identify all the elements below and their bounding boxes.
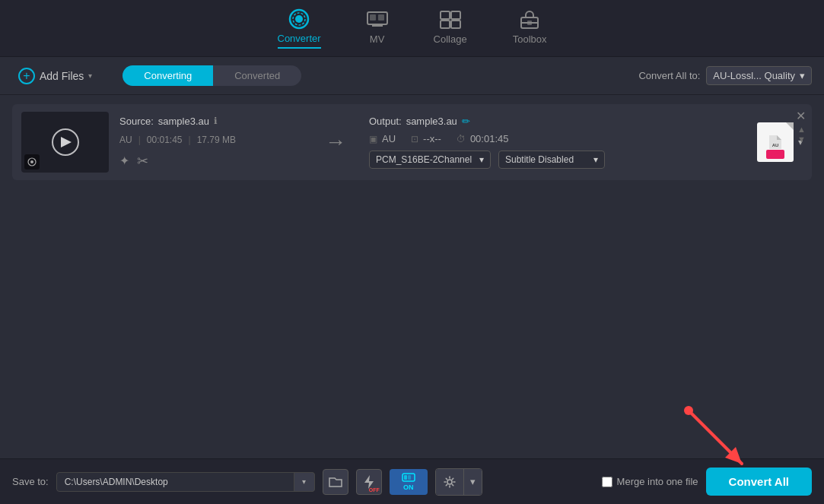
save-to-label: Save to:: [12, 476, 49, 487]
converter-icon: [288, 8, 310, 30]
settings-group: ▾: [435, 468, 482, 496]
svg-rect-21: [404, 475, 407, 480]
move-down-button[interactable]: ▼: [797, 135, 806, 144]
output-size: --x--: [423, 133, 441, 144]
nav-converter[interactable]: Converter: [278, 8, 321, 49]
convert-arrow: →: [313, 130, 358, 154]
au-badge: [766, 150, 784, 159]
settings-arrow-icon: ▾: [470, 476, 476, 487]
svg-point-1: [295, 15, 303, 23]
nav-toolbox-label: Toolbox: [513, 33, 547, 45]
svg-rect-13: [527, 21, 532, 25]
file-meta: AU | 00:01:45 | 17.79 MB: [119, 135, 302, 145]
convert-all-to-label: Convert All to:: [638, 70, 700, 81]
edit-icon[interactable]: ✏: [462, 116, 470, 127]
open-folder-button[interactable]: [323, 469, 348, 495]
move-up-button[interactable]: ▲: [797, 125, 806, 134]
tab-group: Converting Converted: [122, 65, 301, 86]
scissors-icon[interactable]: ✂: [137, 153, 148, 170]
add-files-label: Add Files: [40, 70, 84, 82]
add-files-button[interactable]: + Add Files ▾: [12, 65, 98, 87]
file-size: 17.79 MB: [197, 135, 236, 145]
output-duration-item: ⏱ 00:01:45: [457, 133, 509, 144]
nav-converter-label: Converter: [278, 33, 321, 44]
svg-line-17: [689, 410, 742, 464]
play-icon: [61, 137, 72, 147]
nav-toolbox[interactable]: Toolbox: [513, 9, 547, 48]
file-item: Source: sample3.au ℹ AU | 00:01:45 | 17.…: [12, 104, 812, 180]
arrow-right-icon: →: [325, 130, 346, 154]
info-icon[interactable]: ℹ: [214, 116, 218, 126]
output-format: AU: [382, 133, 396, 144]
output-meta-row: ▣ AU ⊡ --x-- ⏱ 00:01:45: [369, 133, 739, 144]
subtitle-arrow: ▾: [593, 154, 598, 165]
toolbox-icon: [519, 9, 540, 30]
thumbnail-audio-icon: [24, 154, 40, 170]
hardware-acceleration-button[interactable]: ON: [390, 469, 428, 495]
tab-converting[interactable]: Converting: [122, 65, 213, 86]
nav-mv[interactable]: MV: [367, 9, 388, 48]
audio-codec-dropdown[interactable]: PCM_S16BE-2Channel ▾: [369, 151, 491, 169]
format-icon: ▣: [369, 134, 377, 144]
nav-collage[interactable]: Collage: [434, 9, 467, 48]
au-file-icon: AU: [757, 122, 794, 162]
path-dropdown-button[interactable]: ▾: [294, 472, 315, 492]
output-label: Output:: [369, 116, 402, 127]
source-label: Source:: [119, 116, 154, 127]
off-badge: OFF: [369, 487, 380, 493]
file-list-area: Source: sample3.au ℹ AU | 00:01:45 | 17.…: [0, 95, 824, 189]
svg-rect-7: [441, 11, 450, 19]
sparkle-icon[interactable]: ✦: [119, 154, 129, 168]
convert-all-to-area: Convert All to: AU-Lossl... Quality ▾: [638, 66, 812, 85]
add-files-dropdown-arrow[interactable]: ▾: [88, 71, 92, 80]
flash-button[interactable]: OFF: [356, 469, 382, 495]
format-quality-arrow: ▾: [800, 70, 805, 81]
audio-codec-arrow: ▾: [479, 154, 484, 165]
format-quality-dropdown[interactable]: AU-Lossl... Quality ▾: [706, 66, 812, 85]
output-header: Output: sample3.au ✏: [369, 116, 739, 127]
svg-rect-8: [451, 11, 460, 19]
separator2: |: [189, 135, 191, 145]
svg-rect-5: [378, 14, 384, 21]
file-item-actions: ✕ ▲ ▼: [796, 110, 806, 144]
file-actions: ✦ ✂: [119, 153, 302, 170]
reorder-buttons: ▲ ▼: [797, 125, 806, 144]
on-label: ON: [403, 483, 414, 491]
file-format: AU: [119, 135, 132, 145]
collage-icon: [440, 9, 461, 30]
toolbar: + Add Files ▾ Converting Converted Conve…: [0, 57, 824, 95]
file-duration: 00:01:45: [147, 135, 183, 145]
svg-point-18: [684, 406, 693, 415]
save-path-input[interactable]: [56, 472, 315, 492]
source-name: sample3.au: [158, 116, 209, 127]
merge-checkbox[interactable]: [602, 477, 612, 487]
file-source-row: Source: sample3.au ℹ: [119, 116, 302, 127]
plus-icon: +: [18, 68, 35, 84]
separator1: |: [138, 135, 141, 145]
output-size-item: ⊡ --x--: [411, 133, 441, 144]
settings-button[interactable]: [436, 469, 463, 495]
clock-icon: ⏱: [457, 134, 466, 144]
convert-all-button[interactable]: Convert All: [706, 468, 812, 496]
file-thumbnail[interactable]: [21, 112, 109, 173]
tab-converted[interactable]: Converted: [213, 65, 301, 86]
path-input-wrap: ▾: [56, 472, 315, 492]
svg-rect-4: [370, 14, 376, 21]
nav-collage-label: Collage: [434, 33, 467, 45]
svg-rect-9: [441, 21, 450, 28]
settings-dropdown-button[interactable]: ▾: [464, 469, 482, 495]
close-button[interactable]: ✕: [796, 110, 806, 122]
output-area: Output: sample3.au ✏ ▣ AU ⊡ --x-- ⏱ 00:0…: [369, 116, 739, 169]
svg-text:AU: AU: [772, 143, 779, 147]
svg-rect-22: [408, 475, 411, 480]
subtitle-dropdown[interactable]: Subtitle Disabled ▾: [498, 151, 605, 169]
svg-rect-10: [451, 21, 460, 28]
svg-point-23: [447, 480, 452, 484]
file-info: Source: sample3.au ℹ AU | 00:01:45 | 17.…: [119, 116, 302, 170]
play-button[interactable]: [52, 128, 79, 156]
nav-mv-label: MV: [370, 33, 385, 45]
au-file-icon-wrapper: AU: [757, 122, 794, 162]
svg-point-15: [30, 160, 33, 163]
audio-codec-label: PCM_S16BE-2Channel: [376, 154, 472, 165]
output-duration: 00:01:45: [470, 133, 509, 144]
